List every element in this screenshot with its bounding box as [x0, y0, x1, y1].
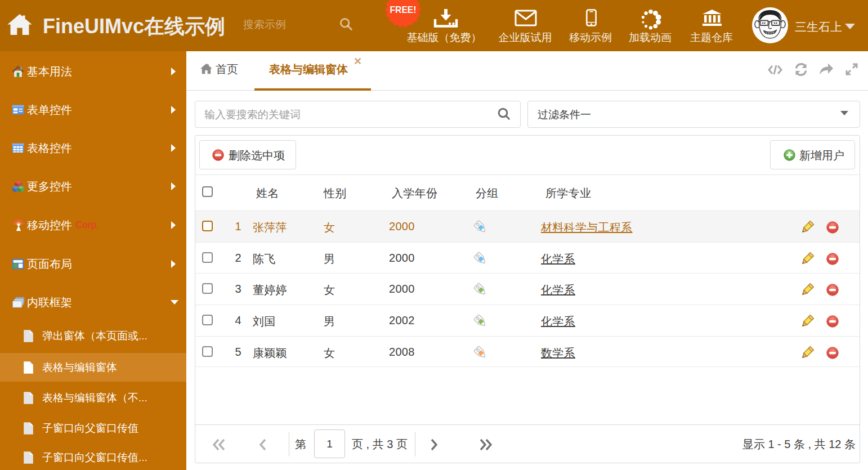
svg-text:FREE!: FREE!	[390, 5, 416, 15]
